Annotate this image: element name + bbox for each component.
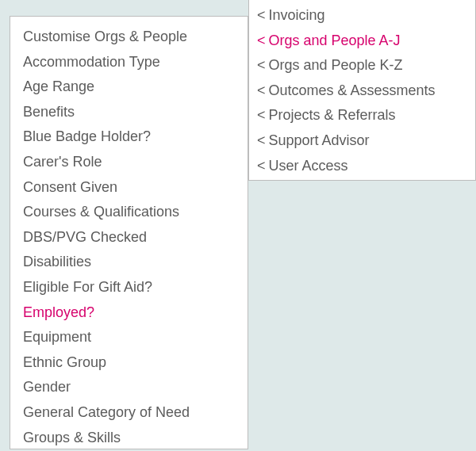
parent-menu-item-label: Projects & Referrals [269,107,396,124]
submenu-item-carers-role[interactable]: Carer's Role [10,150,248,175]
chevron-left-icon: < [257,158,266,175]
parent-menu-item-orgs-a-j[interactable]: < Orgs and People A-J [249,29,475,54]
submenu-item-blue-badge[interactable]: Blue Badge Holder? [10,124,248,150]
chevron-left-icon: < [257,107,266,124]
parent-menu-item-label: Support Advisor [269,132,370,150]
parent-menu-item-label: Invoicing [269,7,325,25]
chevron-left-icon: < [257,82,266,100]
parent-menu-item-projects[interactable]: < Projects & Referrals [249,103,475,128]
submenu-item-courses[interactable]: Courses & Qualifications [10,200,248,225]
submenu-item-customise[interactable]: Customise Orgs & People [10,25,248,50]
parent-menu-item-user-access[interactable]: < User Access [249,154,475,179]
chevron-left-icon: < [257,32,266,50]
submenu-item-equipment[interactable]: Equipment [10,325,248,350]
submenu-item-benefits[interactable]: Benefits [10,100,248,125]
submenu-item-consent-given[interactable]: Consent Given [10,175,248,201]
chevron-left-icon: < [257,132,266,150]
submenu-item-dbs-pvg[interactable]: DBS/PVG Checked [10,225,248,250]
submenu-item-gift-aid[interactable]: Eligible For Gift Aid? [10,275,248,300]
submenu-item-gender[interactable]: Gender [10,375,248,400]
submenu-item-accommodation-type[interactable]: Accommodation Type [10,50,248,75]
parent-menu-item-support-advisor[interactable]: < Support Advisor [249,128,475,154]
parent-menu-item-label: User Access [269,158,348,175]
submenu-panel: Customise Orgs & People Accommodation Ty… [10,16,248,449]
parent-menu-item-label: Orgs and People A-J [269,32,401,50]
parent-menu-item-outcomes[interactable]: < Outcomes & Assessments [249,78,475,104]
submenu-item-category-of-need[interactable]: General Category of Need [10,400,248,426]
submenu-item-age-range[interactable]: Age Range [10,75,248,100]
parent-menu-item-orgs-k-z[interactable]: < Orgs and People K-Z [249,53,475,78]
submenu-item-ethnic-group[interactable]: Ethnic Group [10,350,248,376]
parent-menu-item-invoicing[interactable]: < Invoicing [249,3,475,29]
parent-menu-item-label: Outcomes & Assessments [269,82,436,100]
parent-menu-panel: < Invoicing < Orgs and People A-J < Orgs… [248,0,476,181]
chevron-left-icon: < [257,57,266,75]
parent-menu-item-label: Orgs and People K-Z [269,57,403,75]
submenu-item-employed[interactable]: Employed? [10,300,248,326]
submenu-item-disabilities[interactable]: Disabilities [10,250,248,275]
chevron-left-icon: < [257,7,266,25]
submenu-item-groups-skills[interactable]: Groups & Skills [10,426,248,451]
